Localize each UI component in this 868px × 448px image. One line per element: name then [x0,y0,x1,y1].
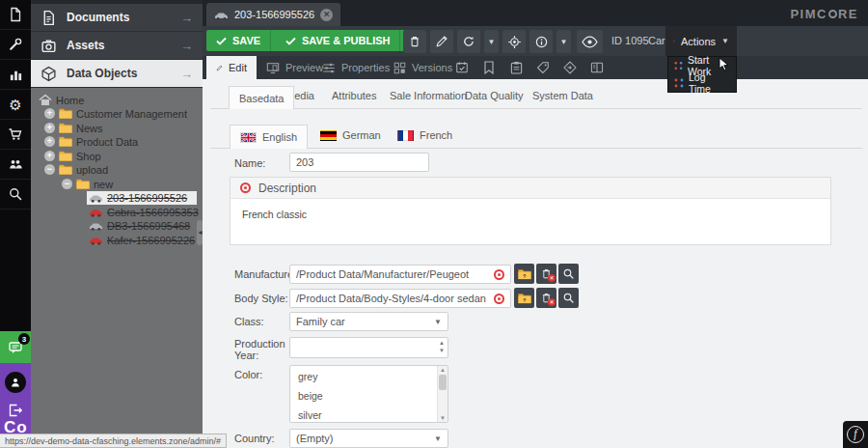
tab-system-data[interactable]: System Data [532,90,593,101]
tab-language-english[interactable]: English [230,125,308,149]
spinner-arrows[interactable]: ▲▼ [439,340,445,353]
collapse-minus-icon[interactable]: − [62,179,72,189]
close-icon[interactable]: ✕ [320,9,333,21]
tabs-divider [210,108,862,109]
browser-status-bar: https://dev-demo-data-cfasching.elements… [0,434,227,448]
file-icon [8,7,23,22]
reload-button[interactable] [457,30,480,53]
color-option-grey[interactable]: grey [298,371,317,382]
locate-in-tree-button[interactable] [502,30,526,53]
expand-plus-icon[interactable]: + [44,136,55,147]
scrollbar-thumb[interactable] [439,375,447,390]
manufacturer-input[interactable]: /Product Data/Manufacturer/Peugeot [289,265,511,284]
tree-item-product-data[interactable]: + Product Data [31,134,203,149]
body-style-input[interactable]: /Product Data/Body-Styles/4-door sedan [289,289,511,308]
tree-item-db3[interactable]: DB3-1566995468 [31,218,203,233]
expand-plus-icon[interactable]: + [44,123,55,133]
scroll-down-icon[interactable]: ▼ [440,415,446,421]
tab-bookmark[interactable] [475,56,502,79]
spin-down-icon[interactable]: ▼ [439,348,445,353]
tab-sale-information[interactable]: Sale Information [390,90,467,101]
info-icon [534,35,549,49]
spin-up-icon[interactable]: ▲ [439,340,445,346]
rail-documents-button[interactable] [0,0,31,30]
folder-icon [59,151,72,161]
save-publish-button[interactable]: SAVE & PUBLISH ▼ [276,30,420,51]
menu-item-log-time[interactable]: Log Time [668,74,736,92]
object-tab-203[interactable]: 203-1566995526 ✕ [206,3,340,26]
car-grey-icon [214,10,229,20]
object-subtabs-bar: Edit Preview Properties Versions [203,56,868,79]
documents-icon [41,10,57,26]
actions-dropdown-button[interactable]: Actions ▼ [665,26,737,56]
tab-schedule[interactable] [448,56,475,79]
tab-edit[interactable]: Edit [206,56,257,79]
sidebar-panel-assets[interactable]: Assets → [31,32,203,60]
check-icon [285,37,296,45]
cube-icon [41,66,57,82]
tree-item-home[interactable]: Home [31,93,203,107]
tab-notes-events[interactable] [502,56,529,79]
body-style-clear-button[interactable]: ✕ [536,288,556,308]
class-select[interactable]: Family car ▼ [289,312,448,331]
search-icon [562,292,575,304]
folder-open-icon [518,268,531,280]
info-button[interactable] [529,30,553,53]
color-multiselect[interactable]: grey beige silver ▲ ▼ [289,365,448,423]
tree-item-shop[interactable]: + Shop [31,149,203,163]
rail-notifications-button[interactable]: 3 [0,331,31,363]
tab-language-german[interactable]: German [320,129,381,141]
sidebar-panel-data-objects[interactable]: Data Objects → [31,60,203,88]
rename-button[interactable] [430,30,453,53]
rail-tools-button[interactable] [0,30,31,60]
scrollbar[interactable]: ▲ ▼ [437,366,448,422]
sliders-icon [322,62,336,74]
tab-attributes[interactable]: Attributes [332,90,376,101]
tab-tags[interactable] [529,56,556,79]
production-year-spinner[interactable]: ▲▼ [289,337,448,358]
expand-plus-icon[interactable]: + [44,151,55,161]
rail-search-button[interactable] [0,180,31,210]
country-select[interactable]: (Empty) ▼ [289,429,448,448]
tree-item-new[interactable]: − new [31,177,203,191]
avatar[interactable] [5,372,26,393]
corner-logo-badge[interactable]: f [843,421,868,448]
preview-visibility-button[interactable] [577,30,603,53]
description-editor[interactable]: French classic [231,199,830,230]
tree-item-kafer[interactable]: Kafer-1566995226 [31,233,203,247]
tree-item-customer-management[interactable]: + Customer Management [31,106,203,121]
tree-item-203[interactable]: 203-1566995526 [31,190,203,205]
rail-ecommerce-button[interactable] [0,120,31,150]
manufacturer-clear-button[interactable]: ✕ [536,264,556,284]
tab-data-quality[interactable]: Data Quality [465,90,524,101]
tree-item-news[interactable]: + News [31,121,203,135]
tab-layout[interactable] [583,56,610,79]
color-option-beige[interactable]: beige [298,390,323,402]
remove-x-icon: ✕ [548,274,556,282]
reload-options-caret[interactable]: ▼ [484,30,499,53]
tab-language-french[interactable]: French [397,129,452,141]
color-option-silver[interactable]: silver [298,409,322,421]
country-label: Country: [234,433,288,444]
tree-item-cobra[interactable]: Cobra-1566995353 [31,205,203,219]
expand-plus-icon[interactable]: + [44,108,55,119]
name-input[interactable]: 203 [289,153,429,172]
manufacturer-open-button[interactable] [514,264,534,284]
sidebar-panel-documents[interactable]: Documents → [31,4,203,32]
locate-icon [507,35,522,49]
tree-item-upload[interactable]: − upload [31,162,203,177]
collapse-minus-icon[interactable]: − [44,164,55,175]
delete-button[interactable] [403,30,426,53]
tab-workflow[interactable] [556,56,583,79]
rail-reports-button[interactable] [0,60,31,90]
info-options-caret[interactable]: ▼ [556,30,571,53]
body-style-open-button[interactable] [514,288,534,308]
scroll-up-icon[interactable]: ▲ [440,367,446,373]
body-style-search-button[interactable] [558,288,579,308]
rail-settings-button[interactable]: ⚙ [0,90,31,120]
tab-basedata[interactable]: Basedata [229,86,294,109]
wrench-icon [8,37,23,52]
car-grey-icon [89,192,103,203]
rail-users-button[interactable] [0,150,31,180]
manufacturer-search-button[interactable] [558,264,579,284]
